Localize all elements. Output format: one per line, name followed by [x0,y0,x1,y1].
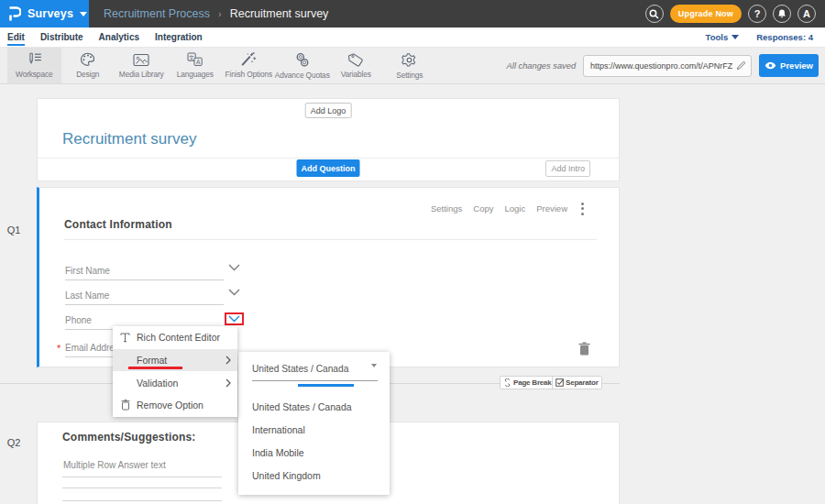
nav-tab-bar: Edit Distribute Analytics Integration To… [0,27,825,48]
chevron-down-icon[interactable] [228,315,240,323]
field-label: Last Name [65,290,109,301]
format-option-us-canada[interactable]: United States / Canada [252,401,352,412]
chevron-down-icon[interactable] [228,289,240,296]
toolbar-item-finish-options[interactable]: Finish Options [222,48,276,83]
question1-actions: Settings Copy Logic Preview [431,203,585,215]
page-break-button[interactable]: Page Break [500,376,556,389]
breadcrumb-parent[interactable]: Recruitment Process [104,7,210,20]
format-select-value: United States / Canada [252,364,348,374]
toolbar-item-label: Workspace [16,70,52,79]
eye-icon [764,61,776,70]
palette-icon [80,52,95,67]
separator-label: Separator [566,378,599,387]
menu-item-rich-content-editor[interactable]: Rich Content Editor [113,326,237,349]
search-button[interactable] [645,5,664,23]
answer-row-line[interactable] [62,477,222,477]
menu-item-label: Rich Content Editor [137,332,220,343]
preview-button[interactable]: Preview [759,54,819,77]
answer-row-line[interactable] [62,488,222,488]
notifications-button[interactable] [773,5,791,23]
toolbar-item-variables[interactable]: Variables [329,48,383,83]
page-break-label: Page Break [513,378,552,387]
tools-menu[interactable]: Tools [706,32,740,42]
field-first-name[interactable]: First Name [65,261,224,280]
question-logic-link[interactable]: Logic [504,203,525,214]
question-copy-link[interactable]: Copy [473,203,493,214]
format-option-international[interactable]: International [252,424,305,435]
add-logo-button[interactable]: Add Logo [305,103,352,118]
svg-text:文: 文 [189,54,194,60]
add-intro-button[interactable]: Add Intro [545,160,590,177]
toolbar-item-languages[interactable]: 文 A Languages [169,48,223,83]
tab-edit[interactable]: Edit [7,29,25,46]
question1-title[interactable]: Contact Information [64,218,172,231]
pencil-icon[interactable] [736,60,746,71]
tag-icon [348,52,363,67]
trash-icon [119,400,131,411]
search-icon [649,9,659,19]
answer-row-line[interactable] [62,500,222,501]
chevron-right-icon [226,356,231,365]
delete-question-icon[interactable] [578,342,590,356]
menu-item-format[interactable]: Format [113,349,237,372]
submenu-blue-accent-line [298,384,354,387]
caret-down-icon [371,364,377,367]
question-preview-link[interactable]: Preview [536,203,567,214]
add-question-button[interactable]: Add Question [297,159,360,177]
survey-editor-canvas: Add Logo Recruitment survey Add Question… [0,84,825,504]
product-switcher[interactable]: Surveys [0,0,89,27]
survey-url-input[interactable] [590,61,732,71]
bell-icon [777,9,786,19]
toolbar-item-label: Finish Options [226,70,272,79]
question2-number: Q2 [0,437,28,448]
tab-analytics[interactable]: Analytics [99,29,139,46]
menu-item-label: Format [137,355,167,366]
autosave-status: All changes saved [507,61,576,71]
multirow-answer-placeholder: Multiple Row Answer text [63,460,166,470]
chevron-down-icon[interactable] [228,264,240,271]
separator-button[interactable]: Separator [552,376,602,389]
gear-icon [402,52,417,68]
tab-distribute[interactable]: Distribute [40,29,83,46]
separator-icon [556,378,564,387]
survey-title[interactable]: Recruitment survey [62,130,196,148]
divider [38,158,619,159]
required-asterisk: * [57,343,60,354]
upgrade-now-button[interactable]: Upgrade Now [670,5,742,23]
toolbar-item-media-library[interactable]: Media Library [115,48,169,83]
responses-count[interactable]: Responses: 4 [756,32,813,42]
workspace-icon [27,52,42,67]
toolbar-item-workspace[interactable]: Workspace [7,48,61,83]
product-name: Surveys [28,7,73,20]
survey-url-box [583,55,752,77]
page-break-icon [503,378,512,387]
format-select[interactable]: United States / Canada [252,359,378,381]
menu-item-validation[interactable]: Validation [113,371,237,394]
more-options-icon[interactable] [581,203,585,215]
editor-toolbar: Workspace Design Media Library 文 A Langu… [0,48,825,84]
image-icon [133,53,149,67]
help-button[interactable]: ? [748,5,766,23]
toolbar-item-advance-quotas[interactable]: Advance Quotas [276,48,330,83]
chevron-down-icon [732,35,739,39]
format-option-india-mobile[interactable]: India Mobile [252,447,304,458]
annotation-red-underline [128,367,182,369]
chevron-down-icon [80,12,87,16]
preview-label: Preview [780,60,813,71]
magic-wand-icon [240,52,257,67]
question-settings-link[interactable]: Settings [431,203,462,214]
chevron-right-icon [226,378,231,388]
toolbar-item-design[interactable]: Design [61,48,116,83]
format-option-united-kingdom[interactable]: United Kingdom [252,470,321,481]
divider [64,239,597,240]
translate-icon: 文 A [187,52,203,67]
menu-item-remove-option[interactable]: Remove Option [113,394,237,417]
breadcrumb: Recruitment Process › Recruitment survey [104,7,328,20]
tab-integration[interactable]: Integration [155,29,203,46]
toolbar-item-settings[interactable]: Settings [383,48,437,83]
avatar[interactable]: A [798,5,816,23]
question2-title[interactable]: Comments/Suggestions: [62,431,196,444]
field-last-name[interactable]: Last Name [65,286,224,305]
annotation-red-box [225,312,244,325]
toolbar-item-label: Advance Quotas [275,71,330,80]
